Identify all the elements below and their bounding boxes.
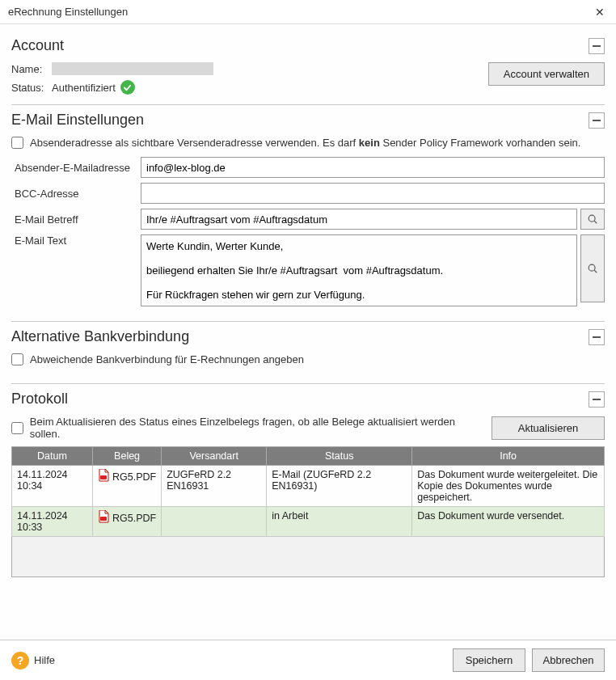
cell-info: Das Dokument wurde weitergeleitet. Die K… [412, 466, 605, 507]
refresh-button[interactable]: Aktualisieren [492, 416, 605, 440]
altbank-checkbox[interactable] [11, 353, 23, 365]
protokoll-ask-label: Beim Aktualisieren des Status eines Einz… [30, 416, 483, 440]
sender-visible-checkbox-row[interactable]: Absenderadresse als sichtbare Versendera… [11, 137, 605, 149]
cell-status: E-Mail (ZUGFeRD 2.2 EN16931) [267, 466, 412, 507]
svg-line-1 [594, 221, 597, 223]
help-link[interactable]: ? Hilfe [11, 652, 55, 669]
altbank-checkbox-row[interactable]: Abweichende Bankverbindung für E-Rechnun… [11, 353, 605, 365]
cell-datum: 14.11.2024 10:34 [12, 466, 93, 507]
bcc-input[interactable] [141, 183, 605, 204]
section-altbank: Alternative Bankverbindung Abweichende B… [11, 328, 605, 384]
window-title: eRechnung Einstellungen [8, 6, 128, 18]
window: eRechnung Einstellungen ✕ Account Name: … [0, 0, 616, 680]
cell-datum: 14.11.2024 10:33 [12, 507, 93, 537]
cancel-button[interactable]: Abbrechen [532, 648, 605, 672]
section-email: E-Mail Einstellungen Absenderadresse als… [11, 112, 605, 322]
account-status-value: Authentifiziert [52, 82, 116, 94]
account-status-row: Status: Authentifiziert [11, 80, 488, 95]
search-icon [587, 263, 598, 274]
protokoll-table: Datum Beleg Versandart Status Info 14.11… [11, 446, 605, 537]
col-beleg[interactable]: Beleg [93, 447, 162, 466]
search-icon [587, 213, 598, 225]
titlebar: eRechnung Einstellungen ✕ [0, 0, 616, 24]
section-header-account: Account [11, 37, 605, 54]
body: Account Name: Status: Authentifiziert [0, 24, 616, 640]
subject-lookup-button[interactable] [580, 209, 605, 230]
col-datum[interactable]: Datum [12, 447, 93, 466]
svg-point-2 [589, 264, 595, 271]
account-name-label: Name: [11, 63, 52, 75]
cell-beleg: RG5.PDF [93, 507, 162, 537]
bcc-row: BCC-Adresse [11, 183, 605, 204]
text-input[interactable]: Werte Kundin, Werter Kunde, beiliegend e… [141, 234, 577, 306]
collapse-account-button[interactable] [589, 38, 605, 54]
table-row[interactable]: 14.11.2024 10:34RG5.PDFZUGFeRD 2.2 EN169… [12, 466, 605, 507]
sender-visible-checkbox[interactable] [11, 137, 23, 149]
svg-rect-4 [100, 475, 107, 479]
subject-row: E-Mail Betreff [11, 209, 605, 230]
section-protokoll: Protokoll Beim Aktualisieren des Status … [11, 391, 605, 587]
check-icon [120, 80, 135, 95]
subject-label: E-Mail Betreff [11, 213, 141, 226]
account-heading: Account [11, 37, 64, 54]
cell-versandart: ZUGFeRD 2.2 EN16931 [162, 466, 267, 507]
text-row: E-Mail Text Werte Kundin, Werter Kunde, … [11, 234, 605, 306]
footer: ? Hilfe Speichern Abbrechen [0, 640, 616, 680]
cell-versandart [162, 507, 267, 537]
protokoll-heading: Protokoll [11, 391, 68, 408]
table-empty-area [11, 537, 605, 577]
manage-account-button[interactable]: Account verwalten [488, 62, 605, 86]
close-button[interactable]: ✕ [584, 0, 616, 24]
from-row: Absender-E-Mailadresse [11, 157, 605, 178]
protokoll-top: Beim Aktualisieren des Status eines Einz… [11, 416, 605, 440]
collapse-email-button[interactable] [589, 112, 605, 129]
section-header-altbank: Alternative Bankverbindung [11, 328, 605, 345]
altbank-checkbox-label: Abweichende Bankverbindung für E-Rechnun… [30, 353, 304, 365]
account-status-label: Status: [11, 82, 52, 94]
help-label: Hilfe [34, 654, 55, 666]
section-header-protokoll: Protokoll [11, 391, 605, 408]
text-lookup-button[interactable] [580, 234, 605, 302]
col-versandart[interactable]: Versandart [162, 447, 267, 466]
cell-status: in Arbeit [267, 507, 412, 537]
email-heading: E-Mail Einstellungen [11, 112, 144, 129]
bcc-label: BCC-Adresse [11, 188, 141, 200]
from-label: Absender-E-Mailadresse [11, 162, 141, 174]
protokoll-ask-checkbox[interactable] [11, 422, 23, 434]
table-header-row: Datum Beleg Versandart Status Info [12, 447, 605, 466]
sender-visible-label: Absenderadresse als sichtbare Versendera… [30, 137, 580, 149]
altbank-heading: Alternative Bankverbindung [11, 328, 189, 345]
collapse-protokoll-button[interactable] [589, 391, 605, 408]
table-row[interactable]: 14.11.2024 10:33RG5.PDFin ArbeitDas Doku… [12, 507, 605, 537]
svg-line-3 [594, 270, 597, 272]
cell-info: Das Dokument wurde versendet. [412, 507, 605, 537]
from-input[interactable] [141, 157, 605, 178]
save-button[interactable]: Speichern [453, 648, 525, 672]
pdf-icon [98, 510, 109, 526]
svg-point-0 [589, 215, 595, 222]
text-label: E-Mail Text [11, 234, 141, 247]
svg-rect-5 [100, 517, 107, 521]
account-name-row: Name: [11, 62, 488, 75]
col-status[interactable]: Status [267, 447, 412, 466]
section-account: Account Name: Status: Authentifiziert [11, 37, 605, 105]
pdf-icon [98, 469, 109, 484]
subject-input[interactable] [141, 209, 577, 230]
protokoll-ask-checkbox-row[interactable]: Beim Aktualisieren des Status eines Einz… [11, 416, 483, 440]
close-icon: ✕ [595, 6, 605, 19]
help-icon: ? [11, 652, 29, 669]
cell-beleg: RG5.PDF [93, 466, 162, 507]
col-info[interactable]: Info [412, 447, 605, 466]
collapse-altbank-button[interactable] [589, 329, 605, 345]
account-name-value-redacted [52, 62, 213, 75]
section-header-email: E-Mail Einstellungen [11, 112, 605, 129]
